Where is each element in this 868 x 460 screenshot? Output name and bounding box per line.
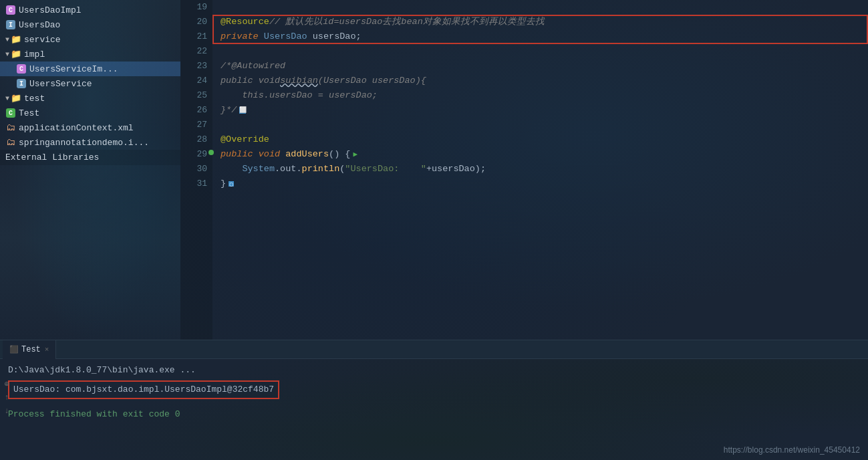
- run-command-line: D:\Java\jdk1.8.0_77\bin\java.exe ...: [8, 363, 860, 378]
- line-num-26: 26: [186, 103, 207, 118]
- sidebar-item-test-class[interactable]: C Test: [0, 106, 180, 120]
- code-line-25: this.usersDao = usersDao;: [221, 88, 860, 103]
- finish-line: Process finished with exit code 0: [8, 407, 860, 422]
- comment-close: }*/: [221, 103, 237, 118]
- expand-arrow: ▼: [5, 36, 9, 43]
- code-content[interactable]: @Resource// 默认先以id=usersDao去找bean对象如果找不到…: [212, 0, 868, 340]
- watermark: https://blog.csdn.net/weixin_45450412: [724, 445, 860, 455]
- test-folder-icon: 📁: [11, 93, 21, 104]
- code-line-21: private UsersDao usersDao;: [221, 29, 860, 44]
- line-num-28: 28: [186, 132, 207, 147]
- sidebar-item-usersserviceimpl[interactable]: C UsersServiceIm...: [0, 62, 180, 76]
- line-num-19: 19: [186, 0, 207, 15]
- code-line-31: } ▢: [221, 177, 860, 191]
- panel-text: D:\Java\jdk1.8.0_77\bin\java.exe ... Use…: [8, 363, 860, 422]
- class-icon: C: [5, 5, 16, 15]
- sidebar-item-test-folder[interactable]: ▼ 📁 test: [0, 91, 180, 106]
- expand-arrow-impl: ▼: [5, 51, 9, 58]
- paren-open-30: (: [339, 162, 345, 177]
- brace-close-31: }: [221, 177, 226, 191]
- indent-30: [221, 162, 242, 177]
- sidebar-item-usersdaoimpl[interactable]: C UsersDaoImpl: [0, 3, 180, 17]
- line-numbers: 19 20 21 22 23 24 25 26 27 28 29 30 31: [180, 0, 212, 340]
- code-line-23: /*@Autowired: [221, 59, 860, 74]
- concat-30: +usersDao);: [426, 162, 486, 177]
- code-line-29: public void addUsers() { ▶: [221, 147, 860, 162]
- panel-scroll-icon-3[interactable]: ↓: [4, 407, 9, 416]
- annotation-override: @Override: [221, 132, 269, 147]
- sidebar-item-springdemo[interactable]: 🗂 springannotationdemo.i...: [0, 135, 180, 150]
- highlight-region: @Resource// 默认先以id=usersDao去找bean对象如果找不到…: [221, 15, 860, 44]
- comment-this: this.usersDao = usersDao;: [221, 88, 378, 103]
- usersservice-interface-icon: I: [16, 78, 27, 89]
- system-out: System: [242, 162, 275, 177]
- fold-marker-26[interactable]: ⬜: [239, 107, 246, 114]
- comment-params: (UsersDao usersDao){: [318, 74, 426, 88]
- line-num-21: 21: [186, 29, 207, 44]
- code-line-27: [221, 118, 860, 132]
- output-result-line: UsersDao: com.bjsxt.dao.impl.UsersDaoImp…: [8, 380, 860, 399]
- output-highlight-box: UsersDao: com.bjsxt.dao.impl.UsersDaoImp…: [8, 380, 279, 399]
- kw-public-29: public: [221, 147, 253, 162]
- code-editor[interactable]: 19 20 21 22 23 24 25 26 27 28 29 30 31: [180, 0, 868, 340]
- method-suibian: suibian: [280, 74, 318, 88]
- fold-marker-31[interactable]: ▢: [229, 181, 234, 187]
- line-num-27: 27: [186, 118, 207, 132]
- sidebar-item-service[interactable]: ▼ 📁 service: [0, 32, 180, 47]
- annotation-resource: @Resource: [221, 15, 269, 29]
- run-indicator: ▶: [353, 147, 357, 162]
- panel-left-icons: ⊕ ↑ ↓: [0, 334, 13, 460]
- line-num-20: 20: [186, 15, 207, 29]
- method-println: println: [302, 162, 340, 177]
- panel-scroll-icon-2[interactable]: ↑: [4, 393, 9, 402]
- xml-icon-app: 🗂: [5, 122, 16, 133]
- code-line-26: }*/ ⬜: [221, 103, 860, 118]
- panel-tab-close[interactable]: ×: [45, 346, 49, 354]
- dot-out: .out.: [275, 162, 302, 177]
- comment-resource: // 默认先以id=usersDao去找bean对象如果找不到再以类型去找: [269, 15, 545, 29]
- line-num-25: 25: [186, 88, 207, 103]
- code-editor-area: 19 20 21 22 23 24 25 26 27 28 29 30 31: [180, 0, 868, 340]
- test-class-icon: C: [5, 108, 16, 118]
- folder-icon: 📁: [11, 34, 21, 45]
- kw-void-29: void: [259, 147, 280, 162]
- panel-scroll-icon-1[interactable]: ⊕: [4, 379, 9, 389]
- line-num-30: 30: [186, 162, 207, 177]
- comment-public: public void: [221, 74, 280, 88]
- impl-folder-icon: 📁: [11, 49, 21, 60]
- line-num-24: 24: [186, 74, 207, 88]
- test-folder-arrow: ▼: [5, 95, 9, 102]
- var-usersdao: usersDao;: [313, 29, 361, 44]
- code-line-28: @Override: [221, 132, 860, 147]
- type-usersdao: UsersDao: [264, 29, 307, 44]
- file-tree-sidebar: C UsersDaoImpl I UsersDao ▼ 📁 service ▼ …: [0, 0, 180, 340]
- usersserviceimpl-class-icon: C: [16, 64, 27, 74]
- panel-tabs: ⬛ Test ×: [0, 340, 868, 359]
- sidebar-item-impl[interactable]: ▼ 📁 impl: [0, 47, 180, 62]
- line-num-31: 31: [186, 177, 207, 191]
- code-line-20: @Resource// 默认先以id=usersDao去找bean对象如果找不到…: [221, 15, 860, 29]
- sidebar-item-usersservice[interactable]: I UsersService: [0, 76, 180, 91]
- bottom-panel: ⬛ Test × D:\Java\jdk1.8.0_77\bin\java.ex…: [0, 340, 868, 460]
- comment-autowired: /*@Autowired: [221, 59, 285, 74]
- code-line-24: public void suibian(UsersDao usersDao){: [221, 74, 860, 88]
- interface-icon: I: [5, 19, 16, 30]
- kw-private: private: [221, 29, 259, 44]
- code-line-19: [221, 0, 860, 15]
- line-num-29: 29: [186, 147, 207, 162]
- sidebar-item-applicationcontext[interactable]: 🗂 applicationContext.xml: [0, 120, 180, 135]
- sidebar-item-external-libraries[interactable]: External Libraries: [0, 150, 180, 165]
- line-num-22: 22: [186, 44, 207, 59]
- xml-icon-spring: 🗂: [5, 137, 16, 148]
- line-num-23: 23: [186, 59, 207, 74]
- string-30: "UsersDao: ": [345, 162, 426, 177]
- paren-29: () {: [329, 147, 350, 162]
- code-line-30: System.out.println("UsersDao: "+usersDao…: [221, 162, 860, 177]
- code-line-22: [221, 44, 860, 59]
- method-addusers: addUsers: [285, 147, 329, 162]
- sidebar-item-usersdao[interactable]: I UsersDao: [0, 17, 180, 32]
